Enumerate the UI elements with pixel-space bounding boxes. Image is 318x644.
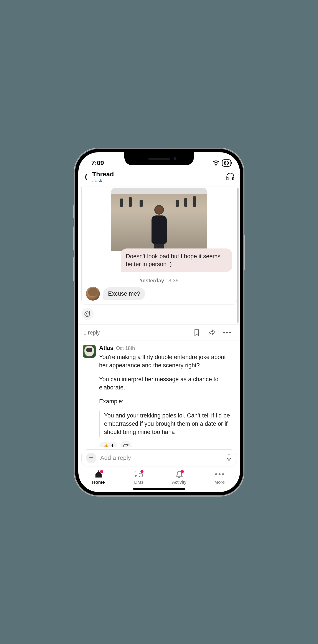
bookmark-button[interactable] [189,329,204,336]
add-reaction-button[interactable] [120,441,132,447]
svg-point-2 [87,314,88,314]
tab-home[interactable]: Home [78,470,119,485]
thread-header: Thread #ask [78,168,240,187]
avatar[interactable] [83,345,96,358]
device-side-button [244,235,245,270]
message-text: You're making a flirty double entendre j… [99,353,236,436]
thread-reply-message[interactable]: Atlas Oct 18th You're making a flirty do… [78,341,240,447]
wifi-icon [212,160,220,166]
reply-composer[interactable]: + Add a reply [81,450,237,466]
device-side-button [73,226,74,250]
more-icon [215,470,224,478]
badge-icon [100,470,103,473]
device-side-button [73,205,74,218]
device-notch [124,152,194,165]
thread-content: Doesn't look bad but I hope it seems bet… [78,187,240,447]
mic-button[interactable] [226,454,232,462]
channel-link[interactable]: #ask [92,178,226,184]
huddle-button[interactable] [226,173,235,181]
device-frame: 7:09 89 Thread #ask [74,148,244,496]
back-button[interactable] [82,173,90,181]
thumbs-up-icon: 👍 [103,443,109,447]
tab-more[interactable]: More [200,470,240,485]
scrollbar[interactable] [237,188,239,323]
composer-placeholder[interactable]: Add a reply [100,454,222,461]
svg-point-1 [86,314,87,314]
svg-point-6 [125,446,125,446]
page-title: Thread [92,170,226,178]
chat-avatar [86,287,100,300]
chat-outgoing-bubble: Doesn't look bad but I hope it seems bet… [121,248,232,272]
chat-timestamp: Yesterday 13:35 [82,276,237,287]
tab-dms[interactable]: DMs [119,470,159,485]
status-time: 7:09 [91,159,104,166]
chat-incoming-bubble: Excuse me? [103,287,145,300]
message-author[interactable]: Atlas [99,345,113,352]
svg-point-11 [139,473,143,477]
device-side-button [73,257,74,281]
share-button[interactable] [204,329,220,336]
chat-photo [111,188,207,251]
message-quote: You and your trekking poles lol. Can't t… [99,411,236,436]
reaction-chip[interactable]: 👍 1 [99,442,117,447]
more-actions-button[interactable] [220,332,235,334]
battery-indicator: 89 [222,160,231,166]
reaction-count: 1 [111,443,114,447]
embedded-chat-screenshot[interactable]: Doesn't look bad but I hope it seems bet… [81,187,237,305]
badge-icon [181,470,184,473]
tab-bar: Home DMs Activity More [78,468,240,486]
add-reaction-button[interactable] [81,308,94,320]
screen: 7:09 89 Thread #ask [78,152,240,492]
composer-add-button[interactable]: + [86,453,96,463]
thread-actions-row: 1 reply [78,324,240,340]
svg-point-0 [85,312,90,317]
home-indicator[interactable] [133,488,185,490]
message-time: Oct 18th [116,345,135,351]
reply-count: 1 reply [84,330,189,336]
badge-icon [140,470,143,473]
svg-rect-10 [228,454,230,458]
tab-activity[interactable]: Activity [159,470,200,485]
svg-point-7 [126,446,127,446]
